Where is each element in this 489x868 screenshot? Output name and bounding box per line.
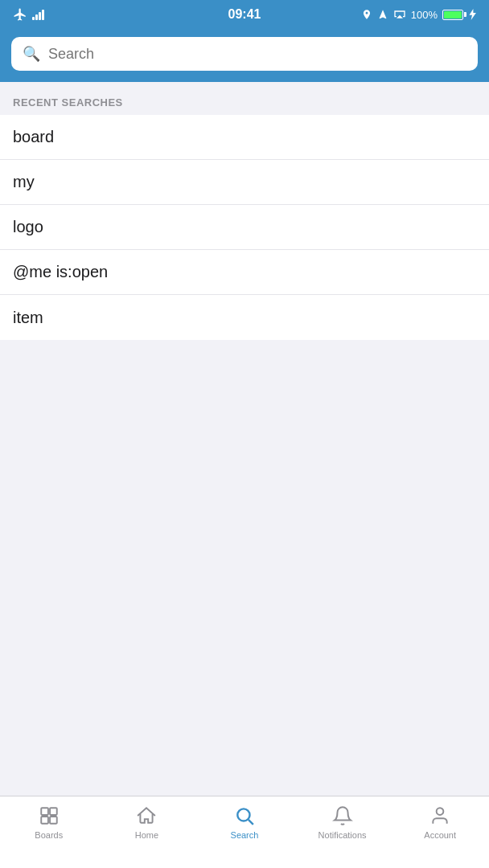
svg-rect-3 <box>50 817 57 824</box>
status-bar-left <box>13 7 44 22</box>
battery-percent: 100% <box>411 9 438 21</box>
account-icon <box>429 805 451 827</box>
home-icon <box>135 805 158 827</box>
search-header: 🔍 <box>0 29 489 82</box>
nav-item-notifications[interactable]: Notifications <box>294 805 392 840</box>
signal-bars <box>32 9 44 20</box>
charging-icon <box>468 9 476 20</box>
search-input[interactable] <box>48 46 466 63</box>
svg-point-6 <box>437 808 444 815</box>
svg-rect-2 <box>41 817 48 824</box>
search-item[interactable]: board <box>0 115 489 160</box>
recent-searches-header: RECENT SEARCHES <box>0 82 489 115</box>
search-nav-icon <box>233 805 256 827</box>
search-label: Search <box>231 830 259 840</box>
boards-label: Boards <box>35 830 63 840</box>
search-item-text: @me is:open <box>13 263 108 281</box>
navigation-icon <box>377 9 388 20</box>
content-area: RECENT SEARCHES boardmylogo@me is:openit… <box>0 82 489 796</box>
airplane-icon <box>13 7 27 22</box>
search-item[interactable]: item <box>0 295 489 340</box>
recent-searches-list: boardmylogo@me is:openitem <box>0 115 489 340</box>
search-item-text: my <box>13 173 35 191</box>
nav-item-home[interactable]: Home <box>98 805 196 840</box>
boards-icon <box>38 805 60 827</box>
home-label: Home <box>135 830 158 840</box>
airplay-icon <box>393 9 406 20</box>
search-item-text: item <box>13 309 43 327</box>
nav-item-boards[interactable]: Boards <box>0 805 98 840</box>
search-item-text: board <box>13 128 54 146</box>
notifications-icon <box>331 805 354 827</box>
status-time: 09:41 <box>228 7 261 22</box>
svg-rect-0 <box>41 808 48 815</box>
search-item[interactable]: @me is:open <box>0 250 489 295</box>
svg-point-4 <box>237 809 249 821</box>
search-item[interactable]: logo <box>0 205 489 250</box>
svg-rect-1 <box>50 808 57 815</box>
svg-line-5 <box>249 820 253 825</box>
account-label: Account <box>424 830 456 840</box>
search-item[interactable]: my <box>0 160 489 205</box>
search-box[interactable]: 🔍 <box>11 37 478 71</box>
battery-icon <box>442 10 463 20</box>
notifications-label: Notifications <box>318 830 367 840</box>
nav-item-search[interactable]: Search <box>195 805 294 840</box>
nav-item-account[interactable]: Account <box>391 805 489 840</box>
search-item-text: logo <box>13 218 43 236</box>
location-icon <box>361 9 372 20</box>
search-icon: 🔍 <box>23 45 40 63</box>
bottom-nav: Boards Home Search Notifications <box>0 796 489 868</box>
status-bar-right: 100% <box>361 9 476 21</box>
status-bar: 09:41 100% <box>0 0 489 29</box>
